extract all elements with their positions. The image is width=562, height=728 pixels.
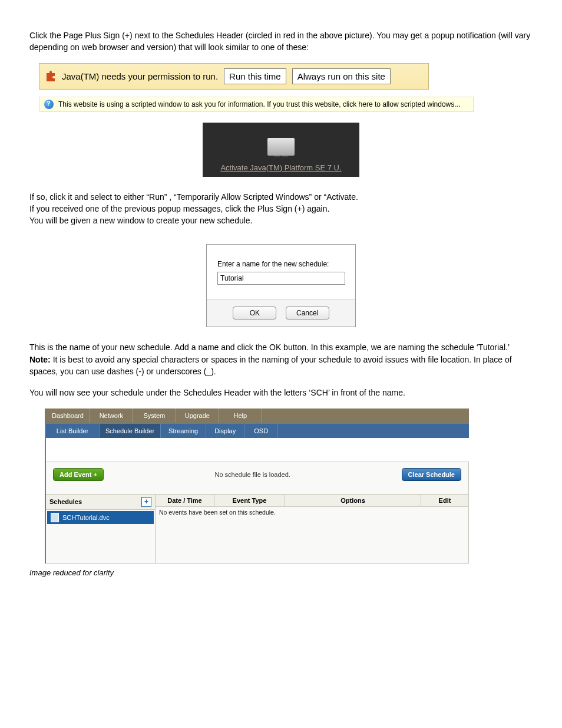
col-options: Options <box>285 495 421 506</box>
always-run-button[interactable]: Always run on this site <box>292 68 391 84</box>
paragraph: You will be given a new window to create… <box>29 215 533 226</box>
tab-upgrade[interactable]: Upgrade <box>176 409 219 423</box>
puzzle-icon <box>45 71 56 81</box>
activate-java-box[interactable]: Activate Java(TM) Platform SE 7 U. <box>203 123 359 177</box>
dialog-label: Enter a name for the new schedule: <box>217 260 345 268</box>
schedule-name-input[interactable] <box>217 272 345 285</box>
clear-schedule-button[interactable]: Clear Schedule <box>402 468 461 481</box>
activate-link[interactable]: Activate Java(TM) Platform SE 7 U. <box>220 163 341 172</box>
no-events-text: No events have been set on this schedule… <box>156 507 468 518</box>
add-event-button[interactable]: Add Event + <box>53 468 104 481</box>
paragraph: You will now see your schedule under the… <box>29 387 533 398</box>
schedule-item[interactable]: SCHTutorial.dvc <box>47 511 154 524</box>
tab-system[interactable]: System <box>133 409 176 423</box>
tab-help[interactable]: Help <box>219 409 262 423</box>
tab-dashboard[interactable]: Dashboard <box>46 409 90 423</box>
tab-list-builder[interactable]: List Builder <box>46 424 100 438</box>
paragraph: If so, click it and select to either “Ru… <box>29 191 533 203</box>
tab-display[interactable]: Display <box>206 424 244 438</box>
info-icon <box>44 100 54 109</box>
col-event-type: Event Type <box>214 495 285 506</box>
add-schedule-button[interactable]: + <box>141 497 151 507</box>
tab-streaming[interactable]: Streaming <box>161 424 206 438</box>
tab-schedule-builder[interactable]: Schedule Builder <box>100 424 161 438</box>
file-icon <box>51 513 59 522</box>
paragraph: Click the Page Plus Sign (+) next to the… <box>29 29 533 54</box>
ok-button[interactable]: OK <box>233 307 276 319</box>
java-permission-bar: Java(TM) needs your permission to run. R… <box>39 63 429 90</box>
run-this-time-button[interactable]: Run this time <box>224 68 286 84</box>
paragraph: This is the name of your new schedule. A… <box>29 341 533 377</box>
java-bar-text: Java(TM) needs your permission to run. <box>62 71 218 81</box>
col-date-time: Date / Time <box>156 495 214 506</box>
secondary-tabs: List Builder Schedule Builder Streaming … <box>46 424 469 438</box>
tab-network[interactable]: Network <box>90 409 133 423</box>
tab-osd[interactable]: OSD <box>244 424 278 438</box>
primary-tabs: Dashboard Network System Upgrade Help <box>46 409 469 424</box>
cancel-button[interactable]: Cancel <box>286 307 329 319</box>
image-caption: Image reduced for clarity <box>29 568 533 577</box>
status-text: No schedule file is loaded. <box>115 471 390 478</box>
schedule-builder-app: Dashboard Network System Upgrade Help Li… <box>45 409 469 564</box>
ie-bar-text: This website is using a scripted window … <box>58 100 460 108</box>
schedule-item-label: SCHTutorial.dvc <box>62 514 110 521</box>
paragraph: If you received one of the previous popu… <box>29 203 533 215</box>
col-edit: Edit <box>421 495 468 506</box>
new-schedule-dialog: Enter a name for the new schedule: OK Ca… <box>206 244 356 327</box>
ie-info-bar[interactable]: This website is using a scripted window … <box>39 97 474 112</box>
schedules-header: Schedules <box>49 498 82 505</box>
